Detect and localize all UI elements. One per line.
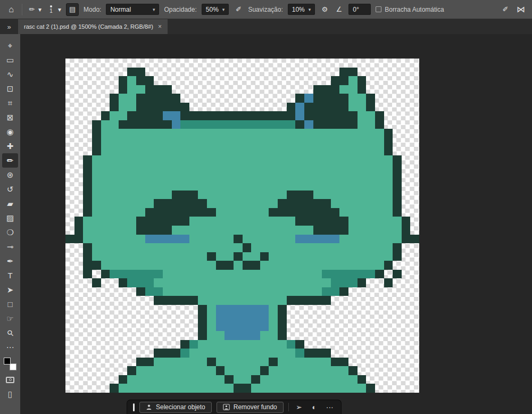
current-tool-preset[interactable]: ✏ ▾: [27, 4, 41, 15]
quick-mask-icon: [6, 377, 14, 383]
chevron-down-icon: ▾: [309, 7, 311, 12]
remove-background-label: Remover fundo: [234, 403, 277, 411]
pen-tool[interactable]: ✒: [2, 254, 18, 268]
lasso-tool[interactable]: ∿: [2, 67, 18, 81]
opacity-value: 50%: [206, 6, 219, 13]
document-tab-title: rasc cat 2 (1).psd @ 1500% (Camada 2, RG…: [24, 23, 153, 30]
foreground-color-swatch[interactable]: [4, 358, 11, 365]
opacity-label: Opacidade:: [164, 6, 196, 13]
brush-size-value: 1: [49, 9, 53, 14]
healing-brush-tool[interactable]: ✚: [2, 139, 18, 153]
artwork: [65, 59, 419, 393]
quick-mask-button[interactable]: [2, 372, 18, 387]
pencil-icon: ✏: [7, 156, 14, 165]
mode-label: Modo:: [84, 6, 101, 13]
select-subject-button[interactable]: Selecionar objeto: [139, 402, 212, 413]
chevron-down-icon: ▾: [58, 4, 61, 15]
color-swatches[interactable]: [4, 358, 16, 370]
more-options-icon[interactable]: ···: [325, 403, 335, 411]
document-tab[interactable]: rasc cat 2 (1).psd @ 1500% (Camada 2, RG…: [18, 19, 168, 34]
gradient-tool[interactable]: ▨: [2, 211, 18, 225]
pressure-size-icon[interactable]: ✐: [501, 5, 510, 13]
tools-panel: ⌖ ▭ ∿ ⊡ ⌗ ⊠ ◉ ✚ ✏ ⊛ ↺ ▰ ▨ ❍ ⊸ ✒ T ➤ □ ☞ …: [0, 34, 20, 414]
eraser-tool[interactable]: ▰: [2, 196, 18, 211]
divider: [22, 4, 22, 15]
document-tab-bar: » rasc cat 2 (1).psd @ 1500% (Camada 2, …: [0, 19, 532, 34]
screen-mode-button[interactable]: ▯: [2, 387, 18, 401]
brush-panel-icon: ▤: [69, 5, 76, 13]
type-icon: T: [7, 271, 12, 280]
remove-background-button[interactable]: Remover fundo: [217, 402, 284, 413]
screen-mode-icon: ▯: [8, 390, 12, 399]
move-tool[interactable]: ⌖: [2, 38, 18, 53]
brush-tip-icon: [50, 5, 52, 7]
more-tools-icon: ⋯: [6, 343, 14, 352]
object-selection-tool[interactable]: ⊡: [2, 81, 18, 96]
chevron-down-icon: ▾: [153, 7, 155, 12]
shape-icon: □: [7, 300, 12, 309]
lasso-icon: ∿: [7, 70, 14, 79]
edit-toolbar-button[interactable]: ⋯: [2, 340, 18, 354]
zoom-tool[interactable]: ⚲: [2, 326, 18, 340]
contextual-task-bar: Selecionar objeto Remover fundo ➢ ◐ ···: [127, 400, 342, 414]
history-brush-tool[interactable]: ↺: [2, 182, 18, 196]
pen-icon: ✒: [7, 256, 14, 266]
angle-icon: ∠: [334, 5, 344, 13]
top-options-bar: ⌂ ✏ ▾ 1 ▾ ▤ Modo: Normal ▾ Opacidade: 50…: [0, 0, 532, 19]
hand-tool[interactable]: ☞: [2, 311, 18, 326]
auto-erase-checkbox[interactable]: [376, 6, 381, 12]
zoom-icon: ⚲: [5, 327, 16, 338]
healing-brush-icon: ✚: [7, 142, 14, 151]
opacity-select[interactable]: 50% ▾: [202, 4, 229, 15]
paint-symmetry-icon[interactable]: ⋈: [515, 4, 527, 14]
blur-icon: ❍: [6, 228, 13, 237]
brush-tip-preview: 1: [46, 5, 56, 14]
select-subject-label: Selecionar objeto: [156, 403, 205, 411]
clone-stamp-tool[interactable]: ⊛: [2, 168, 18, 182]
select-tool-icon[interactable]: ➢: [294, 403, 304, 411]
brush-angle-value: 0°: [353, 6, 359, 13]
eyedropper-tool[interactable]: ◉: [2, 125, 18, 139]
collapse-panels-icon[interactable]: »: [0, 19, 18, 34]
history-brush-icon: ↺: [7, 185, 14, 194]
dodge-icon: ⊸: [7, 242, 14, 252]
smoothing-select[interactable]: 10% ▾: [288, 4, 315, 15]
type-tool[interactable]: T: [2, 268, 18, 283]
divider: [288, 403, 289, 411]
smoothing-label: Suavização:: [248, 6, 282, 13]
pencil-tool[interactable]: ✏: [2, 153, 18, 168]
clone-stamp-icon: ⊛: [7, 170, 14, 180]
shape-tool[interactable]: □: [2, 297, 18, 311]
pixel-art-canvas[interactable]: [65, 59, 419, 393]
path-selection-icon: ➤: [7, 285, 14, 295]
frame-tool[interactable]: ⊠: [2, 110, 18, 125]
marquee-tool[interactable]: ▭: [2, 53, 18, 67]
remove-background-icon: [223, 404, 230, 410]
blend-mode-value: Normal: [110, 6, 131, 13]
path-selection-tool[interactable]: ➤: [2, 283, 18, 297]
brush-settings-panel-button[interactable]: ▤: [66, 3, 79, 16]
brush-preset-picker[interactable]: 1 ▾: [46, 4, 61, 15]
smoothing-value: 10%: [292, 6, 305, 13]
brush-angle-field[interactable]: 0°: [348, 4, 371, 15]
dodge-tool[interactable]: ⊸: [2, 239, 18, 254]
marquee-icon: ▭: [6, 55, 14, 65]
auto-erase-option[interactable]: Borracha Automática: [376, 6, 444, 13]
move-icon: ⌖: [8, 41, 12, 51]
gear-icon[interactable]: ⚙: [320, 5, 329, 13]
blur-tool[interactable]: ❍: [2, 225, 18, 239]
chevron-down-icon: ▾: [222, 7, 225, 12]
adjustments-icon[interactable]: ◐: [309, 403, 320, 411]
chevron-down-icon: ▾: [38, 4, 41, 15]
frame-icon: ⊠: [7, 113, 14, 122]
pressure-opacity-icon[interactable]: ✐: [234, 5, 243, 13]
gradient-icon: ▨: [6, 213, 14, 223]
hand-icon: ☞: [6, 314, 13, 324]
blend-mode-select[interactable]: Normal ▾: [106, 4, 159, 15]
home-icon[interactable]: ⌂: [5, 5, 17, 14]
drag-handle[interactable]: [133, 403, 135, 411]
person-icon: [146, 404, 152, 410]
eraser-icon: ▰: [7, 199, 13, 209]
close-tab-icon[interactable]: ×: [158, 23, 162, 30]
crop-tool[interactable]: ⌗: [2, 96, 18, 110]
